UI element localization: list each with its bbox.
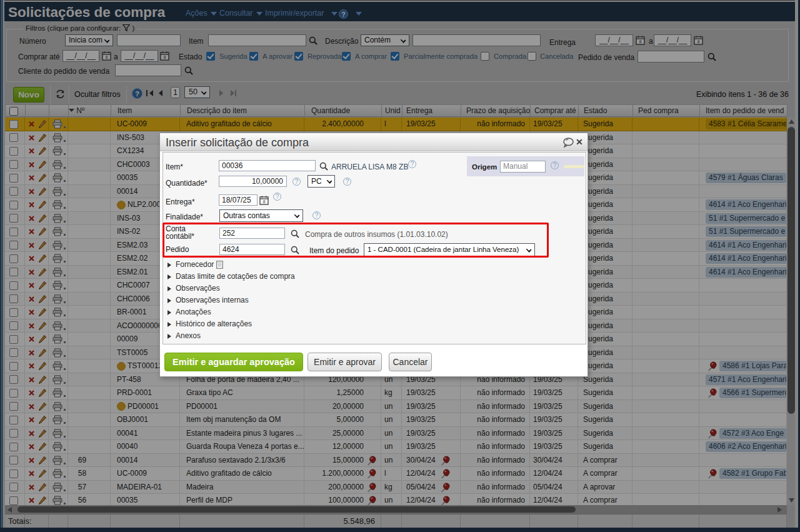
svg-text:8: 8 [262,199,265,204]
